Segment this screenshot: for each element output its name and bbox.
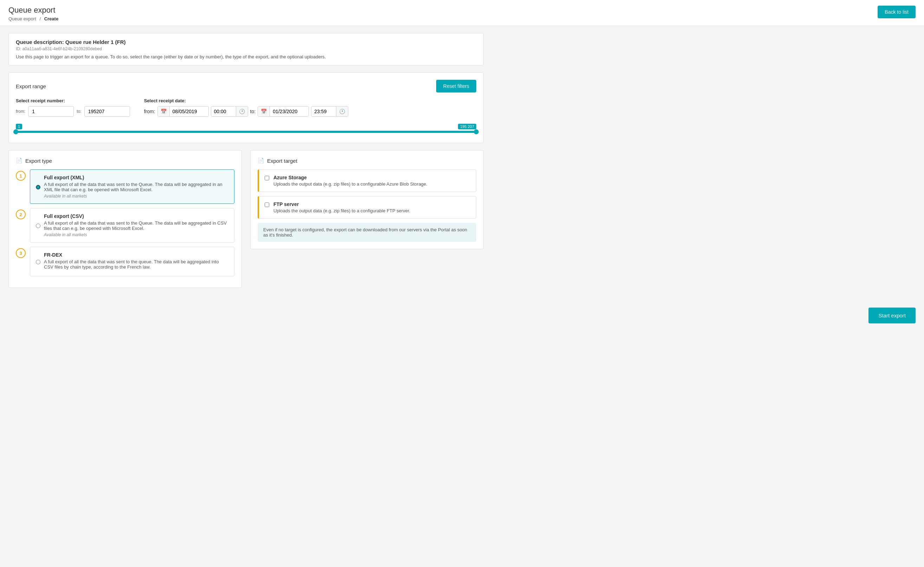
export-target-section: 📄 Export target Azure Storage Uploads th…	[250, 150, 484, 249]
export-option-csv-inner: Full export (CSV) A full export of all t…	[36, 213, 228, 237]
export-radio-frdex[interactable]	[36, 253, 40, 271]
azure-title: Azure Storage	[273, 175, 428, 180]
reset-filters-button[interactable]: Reset filters	[436, 80, 476, 93]
clock-icon-to: 🕐	[336, 106, 348, 116]
slider-track-fill	[16, 131, 476, 133]
export-frdex-title: FR-DEX	[44, 252, 228, 258]
export-csv-title: Full export (CSV)	[44, 213, 228, 219]
export-target-icon: 📄	[258, 158, 264, 164]
export-option-frdex-inner: FR-DEX A full export of all the data tha…	[36, 252, 228, 271]
page-footer: Start export	[0, 302, 924, 329]
export-option-card-xml[interactable]: Full export (XML) A full export of all t…	[30, 170, 234, 204]
option-number-3: 3	[16, 248, 26, 258]
azure-desc: Uploads the output data (e.g. zip files)…	[273, 182, 428, 187]
receipt-date-label: Select receipt date:	[144, 98, 348, 104]
receipt-number-fields: from: to:	[16, 106, 130, 117]
export-type-section: 📄 Export type 1 Full export (XML)	[8, 150, 242, 288]
target-info-note: Even if no target is configured, the exp…	[258, 223, 476, 242]
breadcrumb: Queue export / Create	[8, 16, 58, 21]
receipt-number-label: Select receipt number:	[16, 98, 130, 104]
date-from-label: from:	[144, 109, 155, 114]
queue-description: Use this page to trigger an export for a…	[16, 54, 476, 59]
calendar-icon-from: 📅	[158, 106, 170, 116]
export-radio-xml[interactable]	[36, 176, 40, 199]
receipt-date-fields: from: 📅 🕐 to: 📅	[144, 106, 348, 117]
export-xml-note: Available in all markets	[44, 194, 228, 199]
export-csv-note: Available in all markets	[44, 232, 228, 237]
to-date-input[interactable]	[270, 106, 309, 116]
receipt-to-input[interactable]	[84, 106, 130, 117]
breadcrumb-current: Create	[44, 16, 58, 21]
slider-min-label: 1	[16, 124, 22, 129]
back-to-list-button[interactable]: Back to list	[878, 6, 916, 18]
slider-labels: 1 195 207	[16, 124, 476, 129]
azure-text: Azure Storage Uploads the output data (e…	[273, 175, 428, 187]
page-title: Queue export	[8, 6, 58, 15]
export-target-column: 📄 Export target Azure Storage Uploads th…	[250, 150, 484, 295]
range-inputs: Select receipt number: from: to: Select …	[16, 98, 476, 117]
export-type-column: 📄 Export type 1 Full export (XML)	[8, 150, 242, 295]
to-label: to:	[76, 109, 81, 114]
export-target-title: 📄 Export target	[258, 158, 476, 164]
from-time-wrap: 🕐	[211, 106, 248, 117]
receipt-date-group: Select receipt date: from: 📅 🕐 to: 📅	[144, 98, 348, 117]
slider-handle-right[interactable]	[474, 129, 479, 134]
export-range-label: Export range	[16, 83, 46, 89]
from-label: from:	[16, 109, 25, 114]
header-left: Queue export Queue export / Create	[8, 6, 58, 21]
slider-max-label: 195 207	[458, 124, 476, 129]
export-option-card-frdex[interactable]: FR-DEX A full export of all the data tha…	[30, 247, 234, 276]
export-type-title: 📄 Export type	[16, 158, 234, 164]
page-header: Queue export Queue export / Create Back …	[0, 0, 924, 26]
queue-id: ID: a0a11aa6-a831-4e6f-b24b-2109280debed	[16, 46, 476, 51]
export-target-label: Export target	[267, 158, 297, 164]
ftp-desc: Uploads the output data (e.g. zip files)…	[273, 208, 410, 213]
export-option-2: 2 Full export (CSV) A full export of all…	[16, 208, 234, 243]
target-ftp: FTP server Uploads the output data (e.g.…	[258, 196, 476, 219]
export-xml-desc: A full export of all the data that was s…	[44, 182, 228, 192]
clock-icon-from: 🕐	[236, 106, 248, 116]
option-number-1: 1	[16, 171, 26, 181]
export-csv-desc: A full export of all the data that was s…	[44, 220, 228, 231]
ftp-text: FTP server Uploads the output data (e.g.…	[273, 201, 410, 213]
export-option-xml-inner: Full export (XML) A full export of all t…	[36, 175, 228, 199]
option-number-2: 2	[16, 210, 26, 219]
two-column-layout: 📄 Export type 1 Full export (XML)	[8, 150, 484, 295]
info-box: Queue description: Queue rue Helder 1 (F…	[8, 33, 484, 65]
target-azure: Azure Storage Uploads the output data (e…	[258, 170, 476, 192]
to-time-wrap: 🕐	[311, 106, 348, 117]
from-date-wrap: 📅	[158, 106, 209, 117]
export-option-csv-text: Full export (CSV) A full export of all t…	[44, 213, 228, 237]
range-slider[interactable]: 1 195 207	[16, 124, 476, 133]
from-time-input[interactable]	[211, 106, 236, 116]
azure-checkbox[interactable]	[265, 176, 269, 180]
start-export-button[interactable]: Start export	[868, 308, 916, 323]
export-xml-title: Full export (XML)	[44, 175, 228, 180]
ftp-title: FTP server	[273, 201, 410, 207]
export-type-label: Export type	[25, 158, 52, 164]
export-radio-csv[interactable]	[36, 214, 40, 237]
ftp-checkbox[interactable]	[265, 202, 269, 207]
date-to-label: to:	[250, 109, 256, 114]
to-time-input[interactable]	[311, 106, 336, 116]
export-option-card-csv[interactable]: Full export (CSV) A full export of all t…	[30, 208, 234, 243]
receipt-from-input[interactable]	[28, 106, 74, 117]
calendar-icon-to: 📅	[258, 106, 270, 116]
export-option-3: 3 FR-DEX A full export of all the data t…	[16, 247, 234, 276]
breadcrumb-separator: /	[39, 16, 41, 21]
main-content: Queue description: Queue rue Helder 1 (F…	[0, 26, 492, 302]
export-frdex-desc: A full export of all the data that was s…	[44, 259, 228, 270]
from-date-input[interactable]	[170, 106, 208, 116]
queue-title: Queue description: Queue rue Helder 1 (F…	[16, 39, 476, 45]
export-range-header: Export range Reset filters	[16, 80, 476, 93]
export-range-title: Export range	[16, 83, 46, 89]
breadcrumb-parent: Queue export	[8, 16, 36, 21]
export-type-icon: 📄	[16, 158, 22, 164]
receipt-number-group: Select receipt number: from: to:	[16, 98, 130, 117]
export-option-frdex-text: FR-DEX A full export of all the data tha…	[44, 252, 228, 271]
export-range-section: Export range Reset filters Select receip…	[8, 72, 484, 143]
slider-handle-left[interactable]	[14, 129, 18, 134]
to-date-wrap: 📅	[258, 106, 309, 117]
export-option-1: 1 Full export (XML) A full export of all…	[16, 170, 234, 204]
export-option-xml-text: Full export (XML) A full export of all t…	[44, 175, 228, 199]
